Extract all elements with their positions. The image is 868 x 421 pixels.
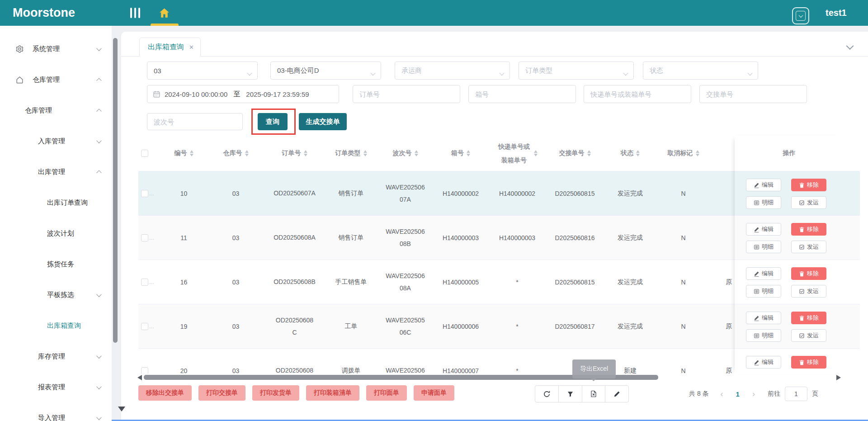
ship-button[interactable]: 发运 — [791, 196, 826, 209]
row-checkbox[interactable] — [141, 234, 148, 241]
scroll-down-arrow-icon[interactable] — [118, 407, 125, 412]
sidebar-item[interactable]: 入库管理 — [0, 126, 112, 156]
row-checkbox[interactable] — [141, 323, 148, 330]
detail-button[interactable]: 明细 — [746, 329, 781, 342]
edit-button[interactable]: 编辑 — [746, 179, 781, 191]
detail-button[interactable]: 明细 — [746, 196, 781, 209]
col-header-handover[interactable]: 交接单号 — [547, 136, 603, 171]
sort-icon[interactable] — [636, 150, 640, 156]
sidebar-item[interactable]: 库存管理 — [0, 341, 112, 372]
col-header-num[interactable]: 编号 — [160, 136, 208, 171]
sidebar-item[interactable]: 仓库管理 — [0, 64, 112, 95]
hscroll-right-arrow-icon[interactable] — [836, 375, 841, 380]
header-dropdown-button[interactable] — [792, 7, 809, 24]
sort-icon[interactable] — [467, 150, 470, 156]
carrier-select[interactable]: 承运商 — [395, 61, 510, 80]
prev-page-icon[interactable]: ‹ — [721, 389, 723, 399]
next-page-icon[interactable]: › — [752, 389, 755, 399]
sidebar-item[interactable]: 平板拣选 — [0, 279, 112, 310]
date-range-picker[interactable]: 2024-09-10 00:00:00 至 2025-09-17 23:59:5… — [147, 85, 339, 103]
batch-button[interactable]: 打印装箱清单 — [306, 385, 359, 401]
cell-box: H140000002 — [434, 171, 488, 215]
batch-button[interactable]: 打印交接单 — [198, 385, 245, 401]
sort-icon[interactable] — [304, 150, 307, 156]
col-header-express[interactable]: 快递单号或装箱单号 — [488, 136, 547, 171]
sort-icon[interactable] — [190, 150, 193, 156]
home-icon[interactable] — [158, 7, 170, 21]
chevron-down-icon — [748, 69, 752, 77]
wave-no-input[interactable] — [147, 113, 243, 130]
sidebar-scrollbar[interactable] — [113, 38, 118, 343]
sidebar-item[interactable]: 导入管理 — [0, 402, 112, 421]
batch-button[interactable]: 打印面单 — [366, 385, 407, 401]
sidebar-item[interactable]: 出库订单查询 — [0, 187, 112, 218]
sort-icon[interactable] — [415, 150, 418, 156]
tab-outbox-query[interactable]: 出库箱查询 ✕ — [139, 38, 201, 57]
export-excel-button[interactable] — [582, 386, 605, 402]
filter-button[interactable] — [558, 386, 582, 402]
generate-handover-button[interactable]: 生成交接单 — [299, 113, 347, 130]
sort-icon[interactable] — [245, 150, 249, 156]
sidebar-item[interactable]: 出库箱查询 — [0, 310, 112, 341]
remove-button[interactable]: 移除 — [791, 356, 826, 369]
select-all-checkbox[interactable] — [141, 150, 148, 157]
hscroll-left-arrow-icon[interactable] — [137, 375, 142, 380]
ship-button[interactable]: 发运 — [791, 329, 826, 342]
status-select[interactable]: 状态 — [643, 61, 758, 80]
sidebar-item[interactable]: 波次计划 — [0, 218, 112, 249]
sidebar-item[interactable]: 系统管理 — [0, 33, 112, 64]
row-checkbox[interactable] — [141, 279, 148, 286]
col-header-warehouse[interactable]: 仓库号 — [208, 136, 264, 171]
detail-button[interactable]: 明细 — [746, 241, 781, 253]
home-tab-indicator — [151, 24, 179, 26]
order-no-input[interactable] — [353, 85, 460, 103]
collapse-menu-icon[interactable] — [130, 8, 140, 18]
batch-button[interactable]: 打印发货单 — [252, 385, 299, 401]
box-no-input[interactable] — [468, 85, 576, 103]
warehouse-select[interactable]: 03 — [147, 61, 258, 80]
express-no-input[interactable] — [584, 85, 691, 103]
col-header-wave[interactable]: 波次号 — [377, 136, 434, 171]
edit-button[interactable]: 编辑 — [746, 356, 781, 369]
handover-no-input[interactable] — [699, 85, 807, 103]
goto-page-input[interactable] — [785, 387, 807, 401]
company-select[interactable]: 03-电商公司D — [270, 61, 381, 80]
col-header-order-type[interactable]: 订单类型 — [325, 136, 377, 171]
chevron-down-icon — [371, 69, 375, 77]
sort-icon[interactable] — [363, 150, 367, 156]
col-header-order[interactable]: 订单号 — [264, 136, 325, 171]
order-type-select[interactable]: 订单类型 — [519, 61, 634, 80]
remove-button[interactable]: 移除 — [791, 312, 826, 324]
sort-icon[interactable] — [587, 150, 591, 156]
batch-button[interactable]: 申请面单 — [414, 385, 454, 401]
chevron-down-icon — [624, 69, 627, 77]
ops-row: 编辑移除明细发运 — [735, 215, 844, 260]
remove-button[interactable]: 移除 — [791, 267, 826, 280]
row-checkbox[interactable] — [141, 190, 148, 197]
detail-button[interactable]: 明细 — [746, 285, 781, 298]
sidebar-item[interactable]: 报表管理 — [0, 372, 112, 402]
col-header-status[interactable]: 状态 — [603, 136, 657, 171]
refresh-button[interactable] — [535, 386, 558, 402]
ship-button[interactable]: 发运 — [791, 285, 826, 298]
edit-button[interactable]: 编辑 — [746, 223, 781, 236]
sidebar-item[interactable]: 拣货任务 — [0, 249, 112, 279]
batch-button[interactable]: 移除出交接单 — [138, 385, 192, 401]
sidebar-item[interactable]: 出库管理 — [0, 156, 112, 187]
sidebar-item[interactable]: 仓库管理 — [0, 95, 112, 126]
trash-icon — [799, 182, 805, 188]
col-header-box[interactable]: 箱号 — [434, 136, 488, 171]
edit-columns-button[interactable] — [605, 386, 628, 402]
edit-button[interactable]: 编辑 — [746, 267, 781, 280]
tab-close-icon[interactable]: ✕ — [189, 44, 194, 51]
tabbar-chevron-down-icon[interactable] — [847, 43, 853, 51]
edit-button[interactable]: 编辑 — [746, 312, 781, 324]
col-header-cancel-flag[interactable]: 取消标记 — [657, 136, 709, 171]
sort-icon[interactable] — [696, 150, 699, 156]
remove-button[interactable]: 移除 — [791, 179, 826, 191]
row-checkbox[interactable] — [141, 367, 148, 374]
sort-icon[interactable] — [534, 150, 538, 156]
remove-button[interactable]: 移除 — [791, 223, 826, 236]
current-page[interactable]: 1 — [736, 390, 740, 398]
ship-button[interactable]: 发运 — [791, 241, 826, 253]
